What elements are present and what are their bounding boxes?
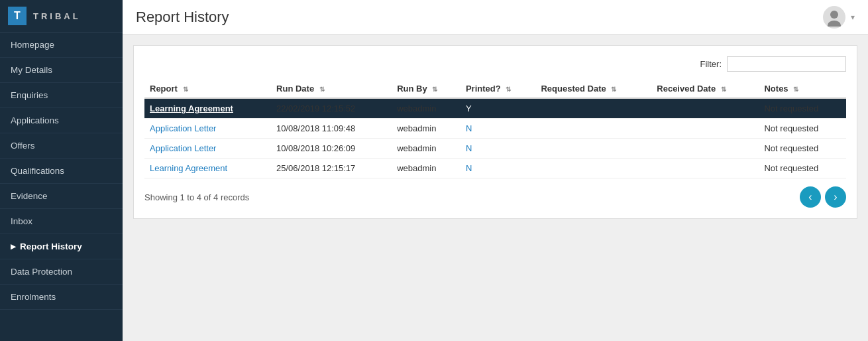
sort-icon-printed[interactable]: ⇅ — [506, 86, 511, 93]
next-button[interactable]: › — [825, 186, 846, 208]
sidebar-item-label: Homepage — [11, 40, 54, 50]
cell-run-by: webadmin — [392, 98, 461, 119]
sidebar-item-label: Qualifications — [11, 166, 64, 176]
report-link[interactable]: Application Letter — [150, 143, 216, 153]
cell-requested-date — [535, 139, 651, 159]
cell-report: Application Letter — [144, 119, 271, 139]
cell-notes: Not requested — [759, 98, 846, 119]
sort-icon-received-date[interactable]: ⇅ — [721, 86, 726, 93]
sidebar-item-enrolments[interactable]: Enrolments — [0, 285, 123, 310]
cell-requested-date — [535, 119, 651, 139]
sidebar-item-enquiries[interactable]: Enquiries — [0, 83, 123, 108]
page-title: Report History — [136, 9, 229, 26]
table-row[interactable]: Learning Agreement25/06/2018 12:15:17web… — [144, 159, 846, 178]
sidebar-nav: HomepageMy DetailsEnquiriesApplicationsO… — [0, 33, 123, 341]
cell-report: Learning Agreement — [144, 98, 271, 119]
pagination-row: Showing 1 to 4 of 4 records ‹ › — [144, 186, 846, 208]
sidebar-item-applications[interactable]: Applications — [0, 108, 123, 133]
col-run-by: Run By ⇅ — [392, 80, 461, 98]
cell-run-date: 22/02/2019 12:15:52 — [271, 98, 392, 119]
sidebar-item-report-history[interactable]: ▶Report History — [0, 234, 123, 259]
cell-received-date — [651, 98, 759, 119]
sidebar-item-label: Evidence — [11, 191, 48, 201]
svg-point-0 — [830, 11, 838, 19]
col-requested-date: Requested Date ⇅ — [535, 80, 651, 98]
col-notes: Notes ⇅ — [759, 80, 846, 98]
filter-label: Filter: — [700, 59, 722, 69]
cell-notes: Not requested — [759, 119, 846, 139]
cell-report: Application Letter — [144, 139, 271, 159]
header-right: ▾ — [823, 6, 855, 29]
sidebar-item-evidence[interactable]: Evidence — [0, 184, 123, 209]
sidebar-item-label: Offers — [11, 141, 35, 151]
cell-run-by: webadmin — [392, 139, 461, 159]
avatar[interactable] — [823, 6, 845, 29]
cell-printed: N — [461, 159, 536, 178]
sidebar-item-label: Enrolments — [11, 292, 56, 302]
sort-icon-run-by[interactable]: ⇅ — [432, 86, 437, 93]
table-row[interactable]: Learning Agreement22/02/2019 12:15:52web… — [144, 98, 846, 119]
col-printed: Printed? ⇅ — [461, 80, 536, 98]
sort-icon-run-date[interactable]: ⇅ — [319, 86, 325, 93]
sidebar-item-data-protection[interactable]: Data Protection — [0, 259, 123, 285]
col-run-date: Run Date ⇅ — [271, 80, 392, 98]
content-area: Filter: Report ⇅ Run Date ⇅ — [123, 34, 868, 341]
cell-requested-date — [535, 159, 651, 178]
sidebar-item-offers[interactable]: Offers — [0, 133, 123, 159]
table-row[interactable]: Application Letter10/08/2018 11:09:48web… — [144, 119, 846, 139]
cell-run-by: webadmin — [392, 159, 461, 178]
sidebar-item-label: Enquiries — [11, 90, 48, 100]
sort-icon-notes[interactable]: ⇅ — [793, 86, 798, 93]
sidebar-item-label: Data Protection — [11, 267, 72, 277]
table-header: Report ⇅ Run Date ⇅ Run By ⇅ Printed? — [144, 80, 846, 98]
sidebar: T TRIBAL HomepageMy DetailsEnquiriesAppl… — [0, 0, 123, 341]
sidebar-item-label: Report History — [20, 241, 82, 251]
logo-box: T — [8, 7, 27, 25]
report-link[interactable]: Learning Agreement — [150, 103, 233, 113]
sidebar-item-label: Inbox — [11, 216, 32, 226]
cell-report: Learning Agreement — [144, 159, 271, 178]
cell-notes: Not requested — [759, 159, 846, 178]
report-history-table: Report ⇅ Run Date ⇅ Run By ⇅ Printed? — [144, 80, 846, 178]
sidebar-item-qualifications[interactable]: Qualifications — [0, 159, 123, 184]
filter-row: Filter: — [144, 56, 846, 72]
report-link[interactable]: Application Letter — [150, 123, 216, 133]
sidebar-item-label: My Details — [11, 65, 52, 75]
main-area: Report History ▾ Filter: — [123, 0, 868, 341]
table-row[interactable]: Application Letter10/08/2018 10:26:09web… — [144, 139, 846, 159]
report-history-panel: Filter: Report ⇅ Run Date ⇅ — [133, 45, 857, 219]
sidebar-item-homepage[interactable]: Homepage — [0, 33, 123, 58]
cell-received-date — [651, 159, 759, 178]
col-received-date: Received Date ⇅ — [651, 80, 759, 98]
sidebar-logo: T TRIBAL — [0, 0, 123, 33]
pagination-buttons: ‹ › — [800, 186, 846, 208]
cell-run-date: 10/08/2018 11:09:48 — [271, 119, 392, 139]
cell-requested-date — [535, 98, 651, 119]
cell-received-date — [651, 139, 759, 159]
cell-notes: Not requested — [759, 139, 846, 159]
svg-point-1 — [828, 21, 841, 27]
cell-printed: N — [461, 119, 536, 139]
cell-run-date: 25/06/2018 12:15:17 — [271, 159, 392, 178]
sidebar-item-inbox[interactable]: Inbox — [0, 209, 123, 234]
col-report: Report ⇅ — [144, 80, 271, 98]
sidebar-item-my-details[interactable]: My Details — [0, 58, 123, 83]
cell-received-date — [651, 119, 759, 139]
sort-icon-report[interactable]: ⇅ — [183, 86, 188, 93]
cell-run-by: webadmin — [392, 119, 461, 139]
report-link[interactable]: Learning Agreement — [150, 163, 227, 173]
cell-run-date: 10/08/2018 10:26:09 — [271, 139, 392, 159]
user-dropdown-arrow[interactable]: ▾ — [851, 13, 855, 22]
prev-button[interactable]: ‹ — [800, 186, 821, 208]
record-info: Showing 1 to 4 of 4 records — [144, 192, 249, 202]
table-body: Learning Agreement22/02/2019 12:15:52web… — [144, 98, 846, 178]
logo-text: TRIBAL — [33, 11, 81, 21]
logo-letter: T — [14, 10, 21, 22]
sidebar-active-arrow: ▶ — [11, 243, 16, 250]
filter-input[interactable] — [727, 56, 846, 72]
sidebar-item-label: Applications — [11, 115, 59, 125]
cell-printed: Y — [461, 98, 536, 119]
sort-icon-requested-date[interactable]: ⇅ — [611, 86, 616, 93]
cell-printed: N — [461, 139, 536, 159]
header: Report History ▾ — [123, 0, 868, 34]
